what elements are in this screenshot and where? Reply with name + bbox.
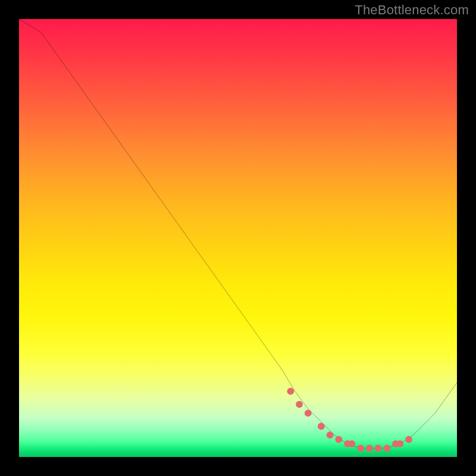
curve-marker <box>327 431 334 439</box>
curve-line <box>19 19 457 448</box>
curve-marker <box>296 401 303 408</box>
curve-marker <box>357 444 364 452</box>
curve-marker <box>405 436 412 443</box>
curve-marker <box>348 440 355 447</box>
curve-marker <box>383 444 390 452</box>
curve-marker <box>366 444 373 452</box>
curve-marker <box>287 388 294 395</box>
plot-area <box>19 19 457 457</box>
curve-marker <box>335 436 342 443</box>
watermark-text: TheBottleneck.com <box>355 2 469 18</box>
curve-marker <box>396 440 403 447</box>
curve-marker <box>318 423 325 430</box>
curve-marker <box>305 410 312 417</box>
chart-svg <box>19 19 457 457</box>
chart-frame: TheBottleneck.com <box>0 0 476 476</box>
marker-group <box>287 388 412 452</box>
curve-marker <box>375 444 382 452</box>
